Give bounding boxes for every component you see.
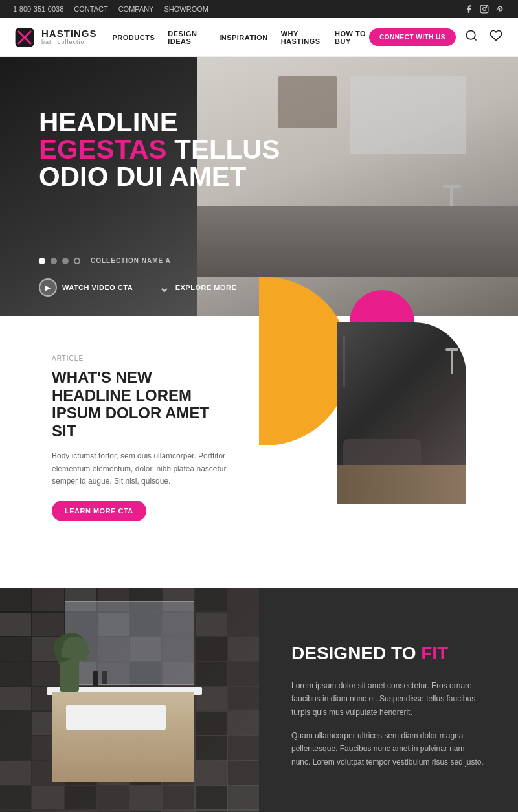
- navbar: HASTINGS bath collection PRODUCTS DESIGN…: [0, 18, 518, 57]
- tile-cell: [196, 761, 227, 784]
- hero-headline-pink: EGESTAS: [39, 134, 167, 164]
- designed-content: DESIGNED TO FIT Lorem ipsum dolor sit am…: [259, 588, 518, 812]
- faucet-decoration: [450, 186, 453, 206]
- designed-title-fit: FIT: [421, 643, 448, 663]
- nav-how-to-buy[interactable]: HOW TO BUY: [335, 30, 369, 45]
- article-body: Body ictumst tortor, sem duis ullamcorpe…: [52, 450, 233, 488]
- dot-2[interactable]: [51, 258, 57, 264]
- article-title: WHAT'S NEW HEADLINE LOREM IPSUM DOLOR AM…: [52, 368, 233, 440]
- article-content: ARTICLE WHAT'S NEW HEADLINE LOREM IPSUM …: [52, 355, 233, 521]
- hero-headline-2: EGESTAS TELLUS: [39, 136, 280, 163]
- nav-links: PRODUCTS DESIGN IDEAS INSPIRATION WHY HA…: [113, 30, 370, 45]
- dot-1[interactable]: [39, 258, 45, 264]
- brand-name: HASTINGS: [41, 28, 97, 39]
- tile-cell: [196, 613, 227, 636]
- hero-headline-white2: TELLUS: [174, 134, 280, 164]
- tile-cell: [228, 687, 259, 710]
- hero-headline-3: ODIO DUI AMET: [39, 163, 280, 190]
- sink-reflection: [343, 335, 345, 387]
- dot-4[interactable]: [74, 258, 80, 264]
- nav-actions: CONNECT WITH US: [369, 27, 505, 48]
- svg-point-4: [467, 31, 475, 39]
- heart-icon: [490, 29, 502, 42]
- tile-cell: [0, 687, 31, 710]
- learn-more-button[interactable]: LEARN MORE CTA: [52, 501, 146, 521]
- company-link[interactable]: COMPANY: [118, 5, 154, 13]
- tile-cell: [65, 786, 96, 809]
- bathroom-plant: [60, 653, 79, 692]
- facebook-icon[interactable]: [464, 4, 474, 14]
- bathroom-vanity: [52, 692, 194, 782]
- brand-tagline: bath collection: [41, 39, 97, 46]
- article-section: ARTICLE WHAT'S NEW HEADLINE LOREM IPSUM …: [0, 316, 518, 588]
- chevron-down-icon: ⌄: [159, 280, 170, 295]
- faucet: [451, 348, 453, 374]
- tile-cell: [228, 761, 259, 784]
- svg-line-5: [474, 38, 477, 41]
- tile-cell: [228, 637, 259, 660]
- vanity-decoration: [197, 206, 518, 277]
- tile-cell: [228, 588, 259, 611]
- social-icons: [464, 4, 505, 14]
- faucet-arm: [443, 185, 461, 188]
- tile-cell: [196, 588, 227, 611]
- tile-cell: [196, 712, 227, 735]
- tile-cell: [0, 761, 31, 784]
- tile-cell: [196, 786, 227, 809]
- tile-cell: [32, 588, 63, 611]
- tile-cell: [0, 712, 31, 735]
- tile-cell: [0, 736, 31, 760]
- hero-dots: COLLECTION NAME A: [39, 257, 171, 264]
- designed-title-main: DESIGNED TO: [291, 643, 416, 663]
- tile-cell: [196, 637, 227, 660]
- nav-products[interactable]: PRODUCTS: [113, 34, 155, 41]
- top-bar-left: 1-800-351-0038 CONTACT COMPANY SHOWROOM: [13, 5, 208, 13]
- pinterest-icon[interactable]: [495, 4, 505, 14]
- svg-point-1: [483, 8, 486, 11]
- tile-cell: [196, 736, 227, 760]
- top-bar-right: [464, 4, 505, 14]
- shelf-decoration: [278, 76, 337, 128]
- svg-point-2: [486, 6, 487, 7]
- phone-number: 1-800-351-0038: [13, 5, 63, 13]
- tile-cell: [196, 662, 227, 686]
- article-label: ARTICLE: [52, 355, 233, 362]
- designed-body-1: Lorem ipsum dolor sit amet consectetur. …: [291, 679, 486, 719]
- contact-link[interactable]: CONTACT: [74, 5, 107, 13]
- tile-cell: [32, 613, 63, 636]
- tile-cell: [0, 662, 31, 686]
- tile-cell: [163, 786, 194, 809]
- nav-inspiration[interactable]: INSPIRATION: [219, 34, 268, 41]
- wishlist-button[interactable]: [487, 27, 505, 48]
- instagram-icon[interactable]: [479, 4, 490, 14]
- tile-cell: [130, 786, 161, 809]
- tile-cell: [228, 786, 259, 809]
- explore-more-label: EXPLORE MORE: [175, 284, 237, 291]
- nav-why-hastings[interactable]: WHY HASTINGS: [281, 30, 322, 45]
- sink-shelf: [337, 465, 466, 504]
- explore-more-button[interactable]: ⌄ EXPLORE MORE: [159, 278, 236, 297]
- tile-cell: [228, 712, 259, 735]
- designed-section: DESIGNED TO FIT Lorem ipsum dolor sit am…: [0, 588, 518, 812]
- mirror-decoration: [350, 76, 466, 154]
- connect-button[interactable]: CONNECT WITH US: [369, 28, 456, 46]
- search-button[interactable]: [462, 27, 480, 48]
- nav-design-ideas[interactable]: DESIGN IDEAS: [168, 30, 206, 45]
- hero-actions: ▶ WATCH VIDEO CTA ⌄ EXPLORE MORE: [39, 278, 236, 297]
- dot-3[interactable]: [62, 258, 69, 264]
- tile-cell: [228, 736, 259, 760]
- watch-video-button[interactable]: ▶ WATCH VIDEO CTA: [39, 278, 133, 297]
- tile-cell: [0, 613, 31, 636]
- bathroom-bottles: [93, 671, 107, 686]
- hero-headline-1: HEADLINE: [39, 109, 280, 136]
- hero-content: HEADLINE EGESTAS TELLUS ODIO DUI AMET: [39, 109, 280, 190]
- tile-cell: [98, 786, 129, 809]
- tile-cell: [0, 637, 31, 660]
- collection-label: COLLECTION NAME A: [91, 257, 171, 264]
- designed-body-2: Quam ullamcorper ultrices sem diam dolor…: [291, 729, 486, 769]
- tile-cell: [228, 662, 259, 686]
- tile-cell: [32, 786, 63, 809]
- logo-area[interactable]: HASTINGS bath collection: [13, 26, 97, 49]
- brand-logo: [13, 26, 36, 49]
- showroom-link[interactable]: SHOWROOM: [164, 5, 208, 13]
